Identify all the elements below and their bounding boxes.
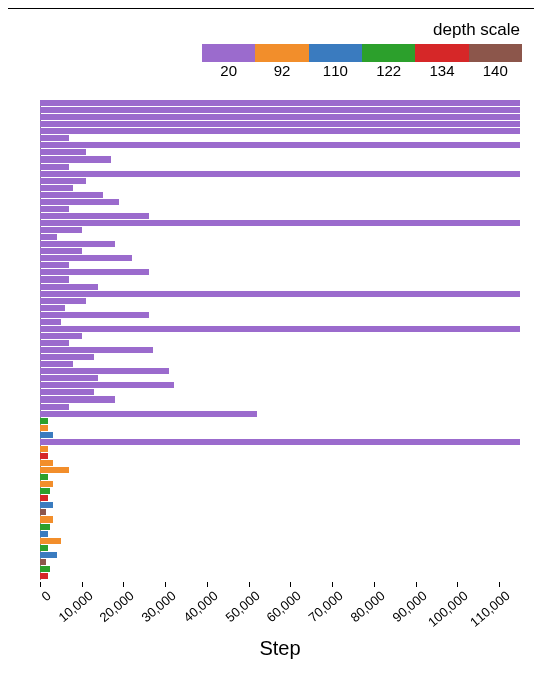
bar	[40, 573, 48, 579]
x-tick	[416, 582, 417, 587]
bar	[40, 185, 73, 191]
bar	[40, 284, 98, 290]
x-tick-label: 10,000	[55, 588, 95, 625]
bar	[40, 178, 86, 184]
bar	[40, 375, 98, 381]
legend-tick-label: 122	[362, 62, 415, 79]
figure-top-rule	[8, 8, 534, 9]
x-tick-label: 70,000	[306, 588, 346, 625]
bar	[40, 524, 50, 530]
legend-swatch	[202, 44, 255, 62]
chart-area	[40, 100, 520, 580]
x-tick	[123, 582, 124, 587]
bar	[40, 347, 153, 353]
bar	[40, 538, 61, 544]
bar	[40, 502, 53, 508]
legend-swatch	[362, 44, 415, 62]
bar	[40, 418, 48, 424]
bar	[40, 404, 69, 410]
bar	[40, 142, 520, 148]
bar	[40, 396, 115, 402]
bar	[40, 149, 86, 155]
x-tick-label: 0	[38, 588, 53, 604]
bar	[40, 559, 46, 565]
bar	[40, 199, 119, 205]
x-axis-label: Step	[40, 637, 520, 660]
x-tick	[374, 582, 375, 587]
x-axis: Step 010,00020,00030,00040,00050,00060,0…	[40, 582, 520, 652]
bar	[40, 248, 82, 254]
bar	[40, 121, 520, 127]
bar	[40, 171, 520, 177]
x-tick	[457, 582, 458, 587]
legend-tick-label: 134	[415, 62, 468, 79]
bar	[40, 467, 69, 473]
legend-title: depth scale	[202, 20, 522, 40]
x-tick-label: 50,000	[222, 588, 262, 625]
bar	[40, 368, 169, 374]
x-tick	[499, 582, 500, 587]
legend: depth scale 2092110122134140	[202, 20, 522, 79]
x-tick-label: 60,000	[264, 588, 304, 625]
bar	[40, 566, 50, 572]
bar	[40, 227, 82, 233]
bar	[40, 305, 65, 311]
x-tick-label: 100,000	[425, 588, 471, 630]
bar	[40, 234, 57, 240]
legend-ticks: 2092110122134140	[202, 62, 522, 79]
bar	[40, 531, 48, 537]
x-tick	[290, 582, 291, 587]
legend-swatch	[309, 44, 362, 62]
plot-region	[40, 100, 520, 580]
x-tick-label: 90,000	[389, 588, 429, 625]
bar	[40, 474, 48, 480]
legend-tick-label: 20	[202, 62, 255, 79]
bar	[40, 488, 50, 494]
bar	[40, 100, 520, 106]
bar	[40, 291, 520, 297]
bar	[40, 135, 69, 141]
bar	[40, 361, 73, 367]
x-tick-label: 20,000	[97, 588, 137, 625]
bar	[40, 276, 69, 282]
bar	[40, 411, 257, 417]
bar	[40, 516, 53, 522]
x-tick	[249, 582, 250, 587]
legend-swatch	[415, 44, 468, 62]
bar	[40, 206, 69, 212]
bar	[40, 312, 149, 318]
bar	[40, 509, 46, 515]
x-tick	[165, 582, 166, 587]
legend-colorbar	[202, 44, 522, 62]
legend-swatch	[255, 44, 308, 62]
legend-tick-label: 140	[469, 62, 522, 79]
x-tick-label: 80,000	[347, 588, 387, 625]
bar	[40, 552, 57, 558]
bar	[40, 382, 174, 388]
bar	[40, 213, 149, 219]
bar	[40, 545, 48, 551]
bar	[40, 220, 520, 226]
bar	[40, 269, 149, 275]
legend-tick-label: 92	[255, 62, 308, 79]
bar	[40, 446, 48, 452]
bar	[40, 298, 86, 304]
bar	[40, 439, 520, 445]
bar	[40, 114, 520, 120]
bar	[40, 425, 48, 431]
x-tick-label: 30,000	[139, 588, 179, 625]
bar	[40, 354, 94, 360]
bar	[40, 128, 520, 134]
x-tick	[82, 582, 83, 587]
x-tick	[207, 582, 208, 587]
bar	[40, 453, 48, 459]
bar	[40, 164, 69, 170]
bar	[40, 432, 53, 438]
bar	[40, 495, 48, 501]
bar	[40, 481, 53, 487]
bar	[40, 326, 520, 332]
bar	[40, 156, 111, 162]
bar	[40, 262, 69, 268]
bar	[40, 241, 115, 247]
x-tick-label: 40,000	[180, 588, 220, 625]
